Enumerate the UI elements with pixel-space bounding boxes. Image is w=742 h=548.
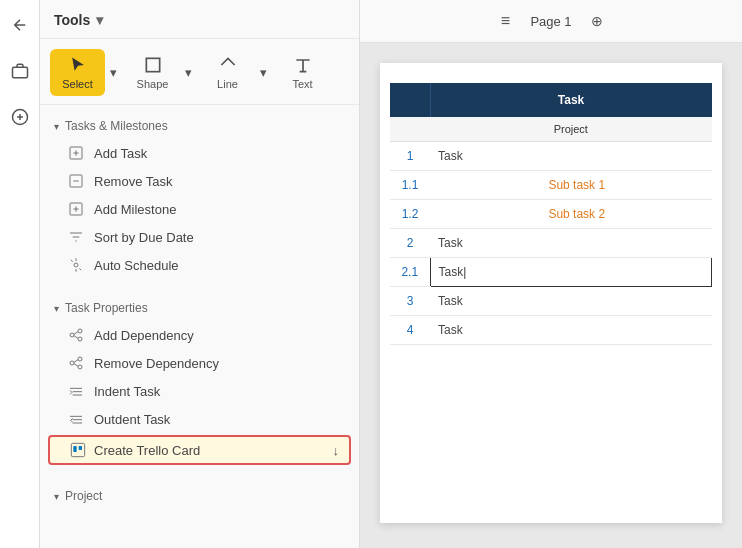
remove-task-label: Remove Task: [94, 174, 173, 189]
outdent-task-label: Outdent Task: [94, 412, 170, 427]
properties-section: ▾ Task Properties Add Dependency Remove …: [40, 287, 359, 475]
svg-rect-32: [79, 446, 82, 450]
add-dependency-icon: [68, 327, 84, 343]
row-task-name: Sub task 2: [430, 200, 712, 229]
svg-point-13: [74, 263, 78, 267]
sort-icon: [68, 229, 84, 245]
add-button[interactable]: [5, 102, 35, 132]
tasks-section-label: Tasks & Milestones: [65, 119, 168, 133]
svg-rect-4: [146, 58, 159, 71]
shape-label: Shape: [137, 78, 169, 90]
tasks-section-header[interactable]: ▾ Tasks & Milestones: [40, 113, 359, 139]
subheader-col1: [390, 117, 430, 142]
project-section-header[interactable]: ▾ Project: [40, 483, 359, 509]
table-header-row: Task: [390, 83, 712, 117]
remove-task-item[interactable]: Remove Task: [40, 167, 359, 195]
gantt-table: Task Project 1Task1.1Sub task 11.2Sub ta…: [390, 83, 712, 345]
line-dropdown[interactable]: ▾: [255, 55, 271, 91]
page-header: ≡ Page 1 ⊕: [360, 0, 742, 43]
project-section-label: Project: [65, 489, 102, 503]
line-button[interactable]: Line: [200, 49, 255, 96]
properties-section-header[interactable]: ▾ Task Properties: [40, 295, 359, 321]
table-header-id: [390, 83, 430, 117]
back-button[interactable]: [5, 10, 35, 40]
remove-dependency-item[interactable]: Remove Dependency: [40, 349, 359, 377]
text-label: Text: [292, 78, 312, 90]
row-id: 2: [390, 229, 430, 258]
gantt-body: 1Task1.1Sub task 11.2Sub task 22Task2.1T…: [390, 142, 712, 345]
text-button[interactable]: Text: [275, 49, 330, 96]
table-row: 4Task: [390, 316, 712, 345]
svg-point-21: [78, 365, 82, 369]
tools-dropdown-icon[interactable]: ▾: [96, 12, 103, 28]
sort-by-due-date-item[interactable]: Sort by Due Date: [40, 223, 359, 251]
properties-chevron-icon: ▾: [54, 303, 59, 314]
table-row: 2.1Task|: [390, 258, 712, 287]
svg-rect-0: [12, 67, 27, 78]
shape-dropdown[interactable]: ▾: [180, 55, 196, 91]
text-group: Text: [275, 49, 330, 96]
cursor-indicator: ↓: [333, 443, 340, 458]
icon-bar: [0, 0, 40, 548]
remove-dependency-label: Remove Dependency: [94, 356, 219, 371]
auto-schedule-label: Auto Schedule: [94, 258, 179, 273]
tools-header[interactable]: Tools ▾: [40, 0, 359, 39]
add-milestone-label: Add Milestone: [94, 202, 176, 217]
svg-point-20: [78, 357, 82, 361]
main-area: ≡ Page 1 ⊕ Task Project: [360, 0, 742, 548]
add-dependency-item[interactable]: Add Dependency: [40, 321, 359, 349]
svg-line-23: [74, 364, 78, 367]
row-id: 2.1: [390, 258, 430, 287]
select-dropdown[interactable]: ▾: [105, 55, 121, 91]
svg-line-18: [74, 336, 78, 339]
add-task-item[interactable]: Add Task: [40, 139, 359, 167]
row-id: 1.2: [390, 200, 430, 229]
tools-toolbar: Select ▾ Shape ▾ Line ▾: [40, 39, 359, 105]
add-task-icon: [68, 145, 84, 161]
table-row: 1Task: [390, 142, 712, 171]
svg-rect-31: [73, 446, 76, 452]
tools-title: Tools: [54, 12, 90, 28]
indent-task-item[interactable]: Indent Task: [40, 377, 359, 405]
outdent-task-icon: [68, 411, 84, 427]
add-milestone-item[interactable]: Add Milestone: [40, 195, 359, 223]
row-id: 1.1: [390, 171, 430, 200]
indent-task-label: Indent Task: [94, 384, 160, 399]
row-id: 4: [390, 316, 430, 345]
svg-point-15: [78, 329, 82, 333]
create-trello-card-item[interactable]: Create Trello Card ↓: [48, 435, 351, 465]
project-section: ▾ Project: [40, 475, 359, 517]
add-page-icon: ⊕: [591, 13, 603, 29]
sort-by-due-date-label: Sort by Due Date: [94, 230, 194, 245]
svg-point-16: [78, 337, 82, 341]
svg-line-22: [74, 360, 78, 363]
row-task-name: Task: [430, 229, 712, 258]
add-task-label: Add Task: [94, 146, 147, 161]
table-header-task: Task: [430, 83, 712, 117]
properties-section-label: Task Properties: [65, 301, 148, 315]
shape-button[interactable]: Shape: [125, 49, 180, 96]
page-label: Page 1: [530, 14, 571, 29]
page-menu-button[interactable]: ≡: [492, 8, 518, 34]
table-row: 1.1Sub task 1: [390, 171, 712, 200]
add-page-button[interactable]: ⊕: [584, 8, 610, 34]
auto-schedule-icon: [68, 257, 84, 273]
menu-icon: ≡: [501, 12, 510, 30]
line-label: Line: [217, 78, 238, 90]
table-row: 2Task: [390, 229, 712, 258]
tools-panel: Tools ▾ Select ▾ Shape ▾: [40, 0, 360, 548]
tasks-chevron-icon: ▾: [54, 121, 59, 132]
auto-schedule-item[interactable]: Auto Schedule: [40, 251, 359, 279]
canvas-area: Task Project 1Task1.1Sub task 11.2Sub ta…: [360, 43, 742, 548]
outdent-task-item[interactable]: Outdent Task: [40, 405, 359, 433]
briefcase-button[interactable]: [5, 56, 35, 86]
row-id: 3: [390, 287, 430, 316]
table-row: 3Task: [390, 287, 712, 316]
trello-icon: [70, 442, 86, 458]
svg-line-17: [74, 332, 78, 335]
add-milestone-icon: [68, 201, 84, 217]
indent-task-icon: [68, 383, 84, 399]
add-dependency-label: Add Dependency: [94, 328, 194, 343]
select-button[interactable]: Select: [50, 49, 105, 96]
row-id: 1: [390, 142, 430, 171]
